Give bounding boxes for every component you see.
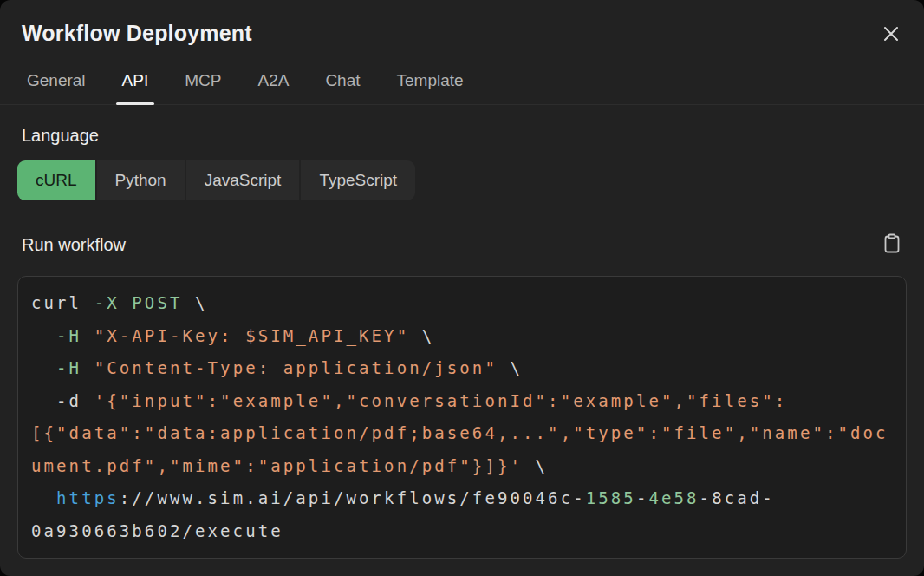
workflow-deployment-modal: Workflow Deployment GeneralAPIMCPA2AChat… <box>0 0 924 576</box>
language-label: Language <box>22 126 924 146</box>
run-workflow-label: Run workflow <box>22 235 126 255</box>
tab-api[interactable]: API <box>122 71 149 104</box>
language-selector: cURLPythonJavaScriptTypeScript <box>17 160 924 200</box>
code-line: 0a930663b602/execute <box>31 515 906 548</box>
code-line: [{"data":"data:application/pdf;base64,..… <box>31 417 906 450</box>
code-line: -d '{"input":"example","conversationId":… <box>31 385 906 418</box>
tab-bar: GeneralAPIMCPA2AChatTemplate <box>0 71 924 105</box>
code-line: -H "Content-Type: application/json" \ <box>31 352 906 385</box>
close-icon <box>882 24 901 46</box>
tab-mcp[interactable]: MCP <box>185 71 221 104</box>
code-line: curl -X POST \ <box>31 287 906 320</box>
language-option-python[interactable]: Python <box>97 160 185 200</box>
clipboard-icon <box>883 233 901 257</box>
copy-button[interactable] <box>882 233 902 256</box>
tab-general[interactable]: General <box>27 71 86 104</box>
language-option-typescript[interactable]: TypeScript <box>301 160 415 200</box>
language-option-curl[interactable]: cURL <box>17 160 95 200</box>
tab-template[interactable]: Template <box>397 71 464 104</box>
code-header: Run workflow <box>22 233 902 256</box>
modal-title: Workflow Deployment <box>22 21 902 46</box>
code-line: -H "X-API-Key: $SIM_API_KEY" \ <box>31 320 906 353</box>
tab-chat[interactable]: Chat <box>325 71 360 104</box>
code-block[interactable]: curl -X POST \ -H "X-API-Key: $SIM_API_K… <box>17 276 907 559</box>
modal-header: Workflow Deployment <box>0 0 924 46</box>
language-option-javascript[interactable]: JavaScript <box>186 160 300 200</box>
close-button[interactable] <box>881 24 901 45</box>
code-line: ument.pdf","mime":"application/pdf"}]}' … <box>31 450 906 483</box>
code-line: https://www.sim.ai/api/workflows/fe90046… <box>31 482 906 515</box>
tab-a2a[interactable]: A2A <box>257 71 289 104</box>
